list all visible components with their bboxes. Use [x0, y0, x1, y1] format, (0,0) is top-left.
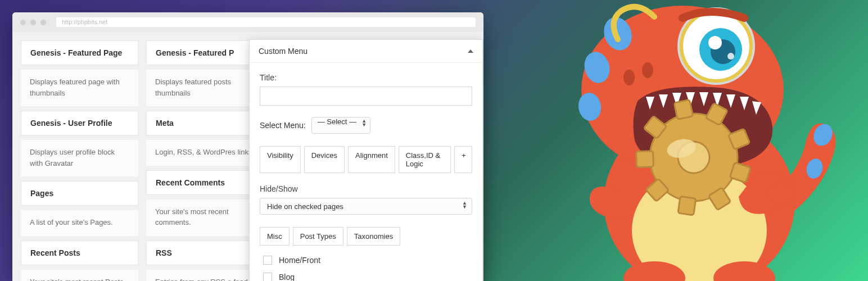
- mascot-illustration: [508, 0, 857, 281]
- custom-menu-panel: Custom Menu Title: Select Menu: — Select…: [249, 39, 483, 281]
- panel-header[interactable]: Custom Menu: [250, 40, 482, 63]
- checkbox-blog[interactable]: [263, 273, 272, 281]
- widget-card[interactable]: Genesis - Featured P: [146, 40, 264, 65]
- widget-title: Meta: [147, 111, 263, 135]
- browser-chrome: http://phpbits.net: [12, 12, 483, 32]
- widget-title: Genesis - Featured Page: [21, 41, 138, 65]
- widget-title: Genesis - User Profile: [21, 111, 138, 135]
- widget-title: RSS: [147, 241, 263, 265]
- checkbox-label: Blog: [279, 273, 295, 281]
- widget-desc: Displays featured page with thumbnails: [21, 70, 138, 106]
- widget-desc: Your site's most recent Posts.: [21, 270, 138, 282]
- widget-title: Recent Posts: [21, 241, 138, 265]
- panel-body: Title: Select Menu: — Select — ▲▼ Visibi…: [250, 63, 482, 281]
- panel-title: Custom Menu: [259, 47, 308, 56]
- checkbox-home-front[interactable]: [263, 256, 272, 265]
- traffic-light-icon: [30, 20, 36, 25]
- check-row: Blog: [260, 273, 472, 281]
- widget-desc: A list of your site's Pages.: [21, 210, 138, 236]
- url-bar[interactable]: http://phpbits.net: [56, 17, 476, 27]
- tab-devices[interactable]: Devices: [304, 146, 345, 173]
- widget-column-right: Genesis - Featured P Displays featured p…: [146, 40, 264, 273]
- widget-column-left: Genesis - Featured Page Displays feature…: [21, 40, 138, 273]
- svg-rect-20: [674, 99, 693, 119]
- select-menu-value: — Select —: [318, 117, 356, 126]
- widget-card[interactable]: Recent Comments: [146, 170, 264, 195]
- widget-desc: Login, RSS, & WordPres links.: [146, 140, 264, 166]
- title-label: Title:: [260, 73, 472, 82]
- sub-tabs: Misc Post Types Taxonomies: [260, 227, 472, 246]
- widget-card[interactable]: Genesis - User Profile: [21, 111, 138, 135]
- collapse-icon: [468, 49, 473, 53]
- tab-visibility[interactable]: Visibility: [260, 146, 301, 173]
- tab-class-id-logic[interactable]: Class,ID & Logic: [399, 146, 451, 173]
- subtab-post-types[interactable]: Post Types: [293, 227, 343, 246]
- widget-card[interactable]: RSS: [146, 241, 264, 265]
- widget-title: Pages: [21, 182, 138, 205]
- tab-alignment[interactable]: Alignment: [348, 146, 395, 173]
- widget-desc: Displays user profile block with Gravata…: [21, 140, 138, 176]
- subtab-taxonomies[interactable]: Taxonomies: [347, 227, 400, 246]
- hideshow-dropdown[interactable]: Hide on checked pages ▲▼: [260, 198, 472, 215]
- svg-point-23: [767, 184, 794, 204]
- widget-title: Genesis - Featured P: [147, 41, 263, 65]
- subtab-misc[interactable]: Misc: [260, 227, 290, 246]
- tab-add[interactable]: +: [454, 146, 472, 173]
- select-menu-dropdown[interactable]: — Select — ▲▼: [311, 117, 370, 134]
- widget-desc: Displays featured posts thumbnails: [146, 70, 264, 106]
- svg-point-30: [708, 36, 722, 49]
- widget-card[interactable]: Meta: [146, 111, 264, 135]
- widget-desc: Your site's most recent comments.: [146, 200, 264, 236]
- dropdown-arrows-icon: ▲▼: [462, 201, 467, 209]
- hideshow-value: Hide on checked pages: [267, 202, 343, 211]
- widget-title: Recent Comments: [147, 171, 263, 194]
- checkbox-label: Home/Front: [279, 256, 320, 265]
- widget-desc: Entries from any RSS o feed.: [146, 270, 264, 282]
- svg-point-31: [727, 53, 734, 60]
- widget-card[interactable]: Genesis - Featured Page: [21, 40, 138, 65]
- check-row: Home/Front: [260, 256, 472, 265]
- hideshow-label: Hide/Show: [260, 184, 472, 193]
- svg-point-24: [623, 70, 635, 85]
- widget-card[interactable]: Recent Posts: [21, 241, 138, 265]
- widget-card[interactable]: Pages: [21, 181, 138, 206]
- dropdown-arrows-icon: ▲▼: [361, 119, 367, 127]
- options-tabs: Visibility Devices Alignment Class,ID & …: [260, 146, 472, 173]
- traffic-light-icon: [40, 20, 46, 25]
- title-input[interactable]: [260, 87, 472, 106]
- select-menu-label: Select Menu:: [260, 121, 306, 130]
- svg-point-25: [642, 62, 653, 78]
- traffic-light-icon: [20, 20, 26, 25]
